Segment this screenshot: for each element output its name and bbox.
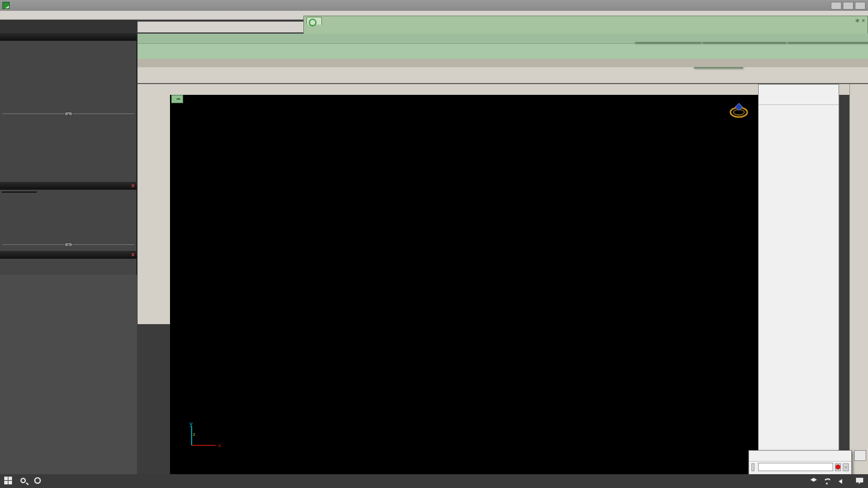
- display-toolbar: [788, 42, 868, 43]
- layers-column-headers: [759, 97, 839, 105]
- notification-icon[interactable]: [856, 478, 863, 484]
- toolbar-gear-icon[interactable]: ✳ ×: [855, 17, 865, 24]
- axis-z-label: z: [193, 432, 195, 437]
- rhino-main-toolbar: [138, 84, 170, 324]
- toolbar-tab-strip: [138, 59, 868, 67]
- wifi-icon[interactable]: [823, 478, 830, 484]
- icon-history-header: ×: [0, 251, 137, 259]
- maximize-button[interactable]: [843, 2, 854, 10]
- standard-toolbar: [138, 67, 868, 83]
- cortana-button[interactable]: [30, 474, 45, 488]
- chevron-down-icon: [177, 98, 180, 100]
- dropbox-tray-icon[interactable]: [810, 478, 817, 484]
- right-side-tabs: [839, 87, 849, 339]
- perspective-viewport[interactable]: y x z: [170, 95, 758, 474]
- icon-history-close-icon[interactable]: ×: [131, 251, 135, 259]
- start-button[interactable]: [0, 474, 16, 488]
- all-commands-tab[interactable]: [306, 17, 322, 25]
- edge-tools-toolbar: [702, 42, 786, 43]
- tsplines-record-button[interactable]: [835, 463, 841, 471]
- tsplines-play-button[interactable]: [751, 463, 754, 471]
- panel-splitter-2[interactable]: ▼: [2, 242, 135, 247]
- matrix-app-icon: [2, 2, 10, 9]
- layers-panel-header: [0, 33, 137, 41]
- axis-gizmo: y x z: [184, 421, 226, 451]
- matrix-shelf-toolbar: [0, 20, 137, 33]
- projects-panel-header: ×: [0, 182, 137, 190]
- layers-panel: [758, 84, 839, 474]
- matrix-left-panel: ▲ × ▼ ×: [0, 20, 137, 474]
- panel-splitter[interactable]: ▲: [2, 112, 135, 116]
- tsplines-selset-input[interactable]: [758, 463, 833, 471]
- title-bar: [0, 0, 868, 11]
- ring-3d-model[interactable]: [170, 95, 758, 474]
- right-icon-strip: [849, 84, 868, 474]
- axis-y-label: y: [190, 421, 193, 427]
- system-tray: [792, 474, 868, 488]
- left-panel-empty-area: [0, 275, 137, 474]
- windows-taskbar: [0, 474, 868, 488]
- command-prompt[interactable]: [138, 44, 868, 59]
- minimize-button[interactable]: [831, 2, 842, 10]
- search-button[interactable]: [16, 474, 30, 488]
- close-button[interactable]: [855, 2, 866, 10]
- axis-x-label: x: [218, 442, 221, 448]
- rhino-menu-bar: [138, 22, 303, 32]
- projects-close-icon[interactable]: ×: [131, 182, 135, 190]
- machine-panel: [694, 67, 743, 68]
- tsplines-selection-sets-panel: ✕: [748, 450, 852, 476]
- matrix-application-window: ▲ × ▼ × ✳ ×: [0, 0, 868, 488]
- matrix-ring-logo-icon: [727, 102, 751, 119]
- viewport-title-button[interactable]: [171, 95, 183, 103]
- projects-list[interactable]: [2, 191, 37, 193]
- speaker-icon[interactable]: [836, 479, 842, 484]
- toolbar-overflow-chevrons[interactable]: [854, 450, 866, 461]
- scale-toolbar: [635, 42, 701, 43]
- tsplines-delete-button[interactable]: ✕: [843, 463, 849, 471]
